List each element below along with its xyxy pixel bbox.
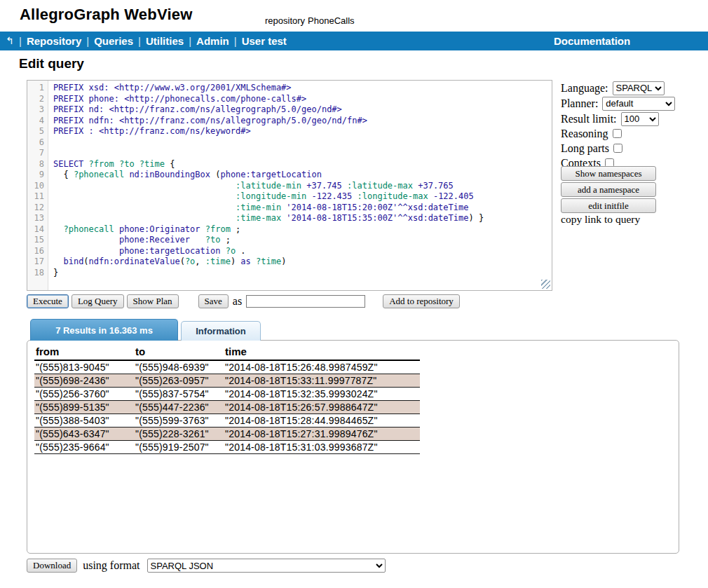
nav-item-user-test[interactable]: User test <box>242 35 287 47</box>
repository-name[interactable]: PhoneCalls <box>308 15 355 26</box>
cell-time: "2014-08-18T15:26:57.9988647Z" <box>224 401 420 414</box>
copy-link-to-query[interactable]: copy link to query <box>561 213 640 226</box>
page-title: Edit query <box>19 56 84 71</box>
cell-from: "(555)899-5135" <box>34 401 134 414</box>
results-table-body: "(555)813-9045""(555)948-6939""2014-08-1… <box>34 360 420 454</box>
line-number: 14 <box>27 224 44 235</box>
code-line <box>53 148 552 159</box>
cell-from: "(555)813-9045" <box>34 360 134 374</box>
editor-resize-handle[interactable] <box>541 280 550 289</box>
cell-time: "2014-08-18T15:27:31.9989476Z" <box>224 428 420 441</box>
format-select[interactable]: SPARQL JSON <box>147 559 386 573</box>
reasoning-row: Reasoning <box>561 126 622 141</box>
line-number: 13 <box>27 213 44 224</box>
cell-to: "(555)837-5754" <box>134 388 224 401</box>
editor-line-numbers: 123456789101112131415161718 <box>27 81 48 290</box>
code-line: PREFIX ndfn: <http://franz.com/ns/allegr… <box>53 116 552 127</box>
line-number: 17 <box>27 257 44 268</box>
table-row: "(555)235-9664""(555)919-2507""2014-08-1… <box>34 441 420 454</box>
line-number: 7 <box>27 148 44 159</box>
code-line: bind(ndfn:ordinateValue(?o, :time) as ?t… <box>53 257 552 268</box>
language-select[interactable]: SPARQL <box>613 81 665 95</box>
save-name-input[interactable] <box>246 295 365 308</box>
line-number: 15 <box>27 235 44 246</box>
log-query-button[interactable]: Log Query <box>72 294 124 308</box>
nav-separator: | <box>86 35 89 47</box>
cell-to: "(555)599-3763" <box>134 414 224 428</box>
cell-from: "(555)235-9664" <box>34 441 134 454</box>
code-line <box>53 137 552 149</box>
show-plan-button[interactable]: Show Plan <box>127 294 179 308</box>
download-row: Download using format SPARQL JSON <box>27 559 386 573</box>
line-number: 1 <box>27 83 44 94</box>
query-editor[interactable]: 123456789101112131415161718 PREFIX xsd: … <box>27 80 552 291</box>
code-line: :time-max '2014-08-18T15:35:00Z'^^xsd:da… <box>53 213 552 224</box>
actions-row: Execute Log Query Show Plan Save as Add … <box>27 294 460 309</box>
repository-indicator: repositoryPhoneCalls <box>265 15 358 26</box>
cell-time: "2014-08-18T15:26:48.9987459Z" <box>224 360 420 374</box>
add-namespace-button[interactable]: add a namespace <box>561 182 656 197</box>
code-line: ?phonecall phone:Originator ?from ; <box>53 224 552 235</box>
save-button[interactable]: Save <box>198 294 229 308</box>
nav-item-admin[interactable]: Admin <box>196 35 229 47</box>
table-row: "(555)256-3760""(555)837-5754""2014-08-1… <box>34 388 420 401</box>
cell-time: "2014-08-18T15:31:03.9993687Z" <box>224 441 420 454</box>
execute-button[interactable]: Execute <box>27 294 69 308</box>
line-number: 18 <box>27 268 44 279</box>
table-row: "(555)698-2436""(555)263-0957""2014-08-1… <box>34 374 420 388</box>
cell-to: "(555)948-6939" <box>134 360 224 374</box>
add-to-repository-button[interactable]: Add to repository <box>383 294 460 308</box>
reasoning-checkbox[interactable] <box>613 129 622 138</box>
nav-bar: ↰ |Repository|Queries|Utilities|Admin|Us… <box>0 32 708 50</box>
tab-information-label: Information <box>196 326 246 336</box>
code-line: PREFIX phone: <http://phonecalls.com/pho… <box>53 94 552 105</box>
nav-item-queries[interactable]: Queries <box>94 35 133 47</box>
code-line: phone:targetLocation ?o . <box>53 246 552 257</box>
line-number: 5 <box>27 126 44 137</box>
back-icon[interactable]: ↰ <box>6 32 14 50</box>
code-line: } <box>53 268 552 279</box>
download-button[interactable]: Download <box>27 559 77 573</box>
nav-separator: | <box>234 35 237 47</box>
table-row: "(555)643-6347""(555)228-3261""2014-08-1… <box>34 428 420 441</box>
tab-information[interactable]: Information <box>181 321 261 341</box>
column-header-from: from <box>34 345 134 360</box>
tab-results[interactable]: 7 Results in 16.363 ms <box>30 319 178 341</box>
code-line: SELECT ?from ?to ?time { <box>53 159 552 170</box>
edit-initfile-button[interactable]: edit initfile <box>561 198 656 213</box>
result-limit-select[interactable]: 100 <box>621 112 659 126</box>
nav-item-documentation[interactable]: Documentation <box>554 32 630 50</box>
reasoning-label: Reasoning <box>561 128 608 140</box>
code-line: :time-min '2014-08-18T15:20:00Z'^^xsd:da… <box>53 203 552 214</box>
code-line: phone:Receiver ?to ; <box>53 235 552 246</box>
table-row: "(555)899-5135""(555)447-2236""2014-08-1… <box>34 401 420 414</box>
cell-to: "(555)447-2236" <box>134 401 224 414</box>
long-parts-checkbox[interactable] <box>613 144 622 153</box>
result-limit-row: Result limit: 100 <box>561 111 659 126</box>
long-parts-label: Long parts <box>561 142 609 155</box>
line-number: 9 <box>27 170 44 181</box>
code-line: { ?phonecall nd:inBoundingBox (phone:tar… <box>53 170 552 181</box>
line-number: 3 <box>27 104 44 116</box>
editor-code[interactable]: PREFIX xsd: <http://www.w3.org/2001/XMLS… <box>48 81 552 290</box>
line-number: 10 <box>27 181 44 192</box>
cell-to: "(555)263-0957" <box>134 374 224 388</box>
results-panel: from to time "(555)813-9045""(555)948-69… <box>27 340 679 554</box>
nav-item-utilities[interactable]: Utilities <box>146 35 184 47</box>
language-row: Language: SPARQL <box>561 81 665 95</box>
table-row: "(555)388-5403""(555)599-3763""2014-08-1… <box>34 414 420 428</box>
cell-from: "(555)643-6347" <box>34 428 134 441</box>
result-limit-label: Result limit: <box>561 113 617 125</box>
line-number: 2 <box>27 94 44 105</box>
planner-select[interactable]: default <box>602 97 675 111</box>
nav-item-repository[interactable]: Repository <box>27 35 81 47</box>
code-line: PREFIX nd: <http://franz.com/ns/allegrog… <box>53 104 552 116</box>
line-number: 11 <box>27 191 44 203</box>
cell-time: "2014-08-18T15:33:11.9997787Z" <box>224 374 420 388</box>
column-header-to: to <box>134 345 224 360</box>
show-namespaces-button[interactable]: Show namespaces <box>561 166 656 181</box>
long-parts-row: Long parts <box>561 141 622 156</box>
code-line: :longitude-min -122.435 :longitude-max -… <box>53 191 552 203</box>
repository-label: repository <box>265 15 305 26</box>
cell-from: "(555)698-2436" <box>34 374 134 388</box>
